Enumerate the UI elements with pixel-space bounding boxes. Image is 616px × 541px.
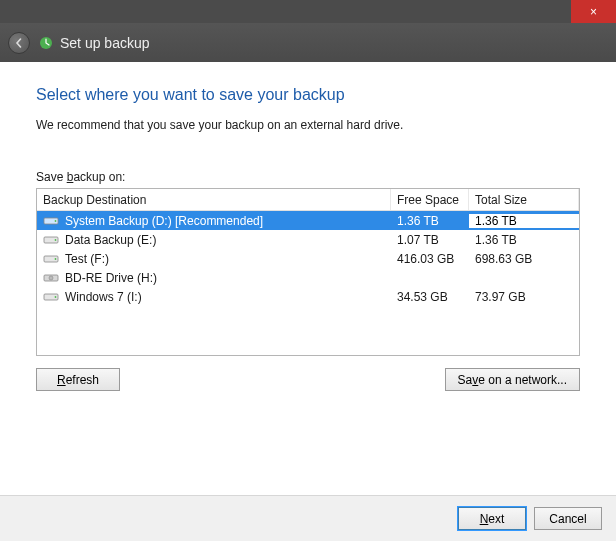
drive-free-space: 416.03 GB [391, 252, 469, 266]
close-icon: × [590, 5, 597, 19]
wizard-footer: Next Cancel [0, 495, 616, 541]
drive-total-size: 1.36 TB [469, 214, 579, 228]
nav-bar: Set up backup [0, 23, 616, 62]
drive-row[interactable]: Data Backup (E:)1.07 TB1.36 TB [37, 230, 579, 249]
hard-drive-icon [43, 253, 59, 265]
drive-name: Data Backup (E:) [65, 233, 156, 247]
wizard-title: Set up backup [60, 35, 150, 51]
drive-free-space: 34.53 GB [391, 290, 469, 304]
drive-row[interactable]: BD-RE Drive (H:) [37, 268, 579, 287]
optical-drive-icon [43, 272, 59, 284]
hard-drive-icon [43, 215, 59, 227]
drive-list[interactable]: Backup Destination Free Space Total Size… [36, 188, 580, 356]
drive-row[interactable]: Windows 7 (I:)34.53 GB73.97 GB [37, 287, 579, 306]
next-button[interactable]: Next [458, 507, 526, 530]
recommendation-text: We recommend that you save your backup o… [36, 118, 580, 132]
titlebar: × [0, 0, 616, 23]
arrow-left-icon [14, 38, 24, 48]
col-total-size[interactable]: Total Size [469, 189, 579, 210]
svg-point-10 [55, 296, 57, 298]
hard-drive-icon [43, 234, 59, 246]
drive-list-header: Backup Destination Free Space Total Size [37, 189, 579, 211]
backup-icon [38, 35, 54, 51]
backup-wizard-window: × Set up backup Select where you want to… [0, 0, 616, 541]
save-backup-on-label: Save backup on: [36, 170, 580, 184]
drive-total-size: 698.63 GB [469, 252, 579, 266]
drive-free-space: 1.36 TB [391, 214, 469, 228]
refresh-button[interactable]: Refresh [36, 368, 120, 391]
drive-free-space: 1.07 TB [391, 233, 469, 247]
svg-point-6 [55, 258, 57, 260]
drive-name: System Backup (D:) [Recommended] [65, 214, 263, 228]
svg-point-4 [55, 239, 57, 241]
content-area: Select where you want to save your backu… [0, 62, 616, 495]
drive-name: BD-RE Drive (H:) [65, 271, 157, 285]
save-on-network-button[interactable]: Save on a network... [445, 368, 580, 391]
drive-total-size: 73.97 GB [469, 290, 579, 304]
svg-point-2 [55, 220, 57, 222]
drive-name: Test (F:) [65, 252, 109, 266]
hard-drive-icon [43, 291, 59, 303]
drive-name: Windows 7 (I:) [65, 290, 142, 304]
drive-list-body: System Backup (D:) [Recommended]1.36 TB1… [37, 211, 579, 306]
drive-row[interactable]: Test (F:)416.03 GB698.63 GB [37, 249, 579, 268]
back-button[interactable] [8, 32, 30, 54]
drive-row[interactable]: System Backup (D:) [Recommended]1.36 TB1… [37, 211, 579, 230]
col-destination[interactable]: Backup Destination [37, 189, 391, 210]
list-button-row: Refresh Save on a network... [36, 368, 580, 391]
close-button[interactable]: × [571, 0, 616, 23]
svg-point-8 [49, 276, 53, 280]
drive-total-size: 1.36 TB [469, 233, 579, 247]
col-free-space[interactable]: Free Space [391, 189, 469, 210]
cancel-button[interactable]: Cancel [534, 507, 602, 530]
page-heading: Select where you want to save your backu… [36, 86, 580, 104]
